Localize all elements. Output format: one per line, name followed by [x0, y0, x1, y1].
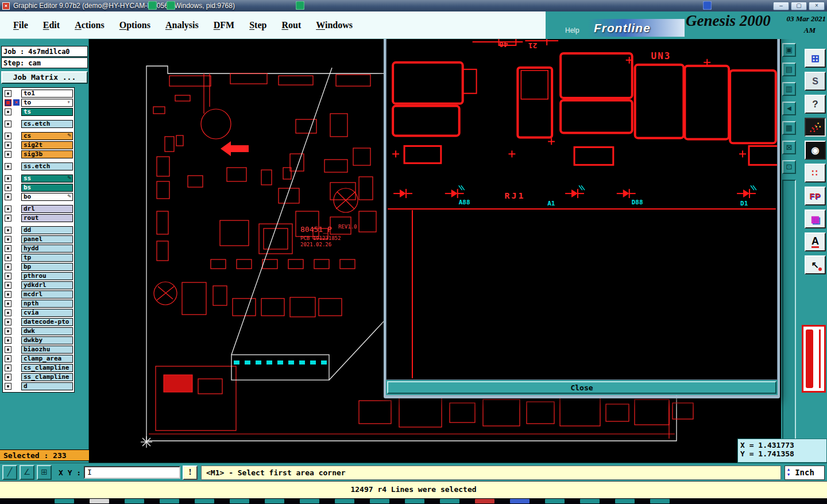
popview-close-button[interactable]: Close [387, 381, 776, 394]
layer-name[interactable]: rout [21, 214, 73, 222]
layer-checkbox[interactable] [5, 90, 11, 97]
menu-analysis[interactable]: Analysis [158, 18, 206, 33]
layer-checkbox[interactable] [5, 206, 11, 212]
layer-checkbox[interactable] [5, 365, 11, 371]
menu-options[interactable]: Options [112, 18, 158, 33]
matrix-table-icon[interactable]: ⊞ [805, 49, 826, 68]
angle-tool-icon[interactable]: ∠ [20, 465, 34, 480]
layer-checkbox[interactable] [5, 263, 11, 270]
layer-name[interactable]: biaozhu [21, 346, 73, 354]
layer-name[interactable]: mcdrl [21, 290, 73, 298]
taskbar-item[interactable] [55, 499, 74, 503]
taskbar-item[interactable] [440, 499, 459, 503]
layer-name[interactable]: ss_clampline [21, 373, 73, 381]
popview-canvas[interactable]: UN3 RJ1 A88 A1 D88 D1 40 21 [386, 37, 778, 380]
layer-name[interactable]: dwk [21, 327, 73, 335]
layer-name[interactable]: npth [21, 300, 73, 308]
layer-name[interactable]: dd [21, 226, 73, 234]
menu-actions[interactable]: Actions [67, 18, 112, 33]
background-app-icon[interactable] [167, 1, 175, 10]
palette-icon[interactable]: ▦ [805, 210, 826, 228]
layer-checkbox[interactable] [5, 121, 11, 127]
layer-checkbox[interactable] [5, 273, 11, 280]
layer-name[interactable]: bo [21, 193, 73, 201]
menu-windows[interactable]: Windows [308, 18, 360, 33]
layer-name[interactable]: sig2t [21, 141, 73, 149]
layer-checkbox[interactable] [5, 133, 11, 139]
layer-name[interactable]: ss.etch [21, 162, 73, 170]
text-tool-icon[interactable]: A [805, 232, 826, 251]
job-matrix-button[interactable]: Job Matrix ... [1, 71, 88, 84]
menu-file[interactable]: File [6, 18, 36, 33]
dots-icon[interactable]: ∷ [805, 164, 826, 183]
layer-checkbox[interactable] [5, 309, 11, 316]
layer-checkbox[interactable] [5, 254, 11, 261]
taskbar-item[interactable] [265, 499, 284, 503]
layer-name[interactable]: bp [21, 263, 73, 271]
layer-name[interactable]: bs [21, 184, 73, 192]
taskbar-item[interactable] [370, 499, 389, 503]
delete-box-icon[interactable]: ⊠ [782, 141, 796, 154]
taskbar-item[interactable] [615, 499, 635, 503]
taskbar-item[interactable] [125, 499, 144, 503]
layer-name[interactable]: dwkby [21, 336, 73, 344]
layer-name[interactable]: panel [21, 235, 73, 243]
layer-checkbox[interactable] [5, 99, 11, 106]
snapshot-icon[interactable]: ▣ [782, 43, 796, 57]
layer-name[interactable]: drl [21, 205, 73, 213]
background-app-icon[interactable] [296, 1, 304, 10]
print-add-icon[interactable]: ▦ [782, 121, 796, 135]
taskbar-item[interactable] [90, 499, 109, 503]
layer-name[interactable]: tp [21, 254, 73, 262]
layer-checkbox[interactable] [5, 108, 11, 115]
layer-checkbox[interactable] [5, 383, 11, 390]
taskbar-item[interactable] [160, 499, 179, 503]
layer-name[interactable]: ss [21, 175, 73, 183]
help-tool-icon[interactable]: ? [805, 95, 826, 114]
layer-checkbox[interactable] [5, 319, 11, 325]
close-button[interactable]: × [809, 2, 825, 10]
layer-checkbox[interactable] [5, 374, 11, 381]
title-bar[interactable]: × Graphic Editor 9.07b2 (demo@HY-HYCAM-P… [0, 0, 827, 11]
layer-checkbox[interactable] [5, 346, 11, 353]
taskbar-item[interactable] [650, 499, 670, 503]
active-color-indicator[interactable] [802, 325, 826, 393]
layer-name[interactable]: sig3b [21, 150, 73, 158]
taskbar-item[interactable] [335, 499, 354, 503]
units-selector[interactable]: ▲▼ Inch [785, 466, 825, 480]
flip-icon[interactable]: FP [805, 187, 826, 206]
menu-rout[interactable]: Rout [274, 18, 308, 33]
layer-checkbox[interactable] [5, 236, 11, 243]
layer-name[interactable]: cs.etch [21, 120, 73, 128]
aperture-icon[interactable]: ◉ [805, 141, 826, 160]
print-alt-icon[interactable]: ▥ [782, 82, 796, 96]
layer-checkbox[interactable] [5, 227, 11, 234]
taskbar-item[interactable] [475, 499, 494, 503]
s-connect-icon[interactable]: S [805, 72, 826, 91]
print-icon[interactable]: ▤ [782, 63, 796, 76]
alert-button[interactable]: ! [183, 466, 198, 480]
layer-checkbox[interactable] [5, 282, 11, 289]
layer-name[interactable]: pthrou [21, 272, 73, 280]
layer-name[interactable]: cs_clampline [21, 364, 73, 372]
layer-checkbox[interactable] [5, 355, 11, 362]
grid-tool-icon[interactable]: ⊞ [37, 465, 52, 480]
layer-name[interactable]: to1 [21, 90, 73, 98]
layer-name[interactable]: to [21, 99, 73, 107]
maximize-button[interactable]: ▢ [791, 2, 807, 10]
taskbar-item[interactable] [195, 499, 214, 503]
line-tool-icon[interactable]: ╱ [2, 465, 17, 480]
taskbar-item[interactable] [545, 499, 565, 503]
layer-checkbox[interactable] [5, 337, 11, 344]
zoom-box-icon[interactable]: ⊡ [782, 160, 796, 174]
layer-name[interactable]: cs [21, 132, 73, 140]
exit-icon[interactable]: ◄ [782, 102, 796, 115]
active-tool-icon[interactable]: ∴ [805, 118, 826, 137]
layer-name[interactable]: d [21, 382, 73, 390]
layer-name[interactable]: ts [21, 108, 73, 116]
layer-checkbox[interactable] [5, 215, 11, 222]
layer-checkbox[interactable] [5, 245, 11, 252]
taskbar-item[interactable] [510, 499, 530, 503]
minimize-button[interactable]: – [773, 2, 789, 10]
taskbar-item[interactable] [300, 499, 319, 503]
